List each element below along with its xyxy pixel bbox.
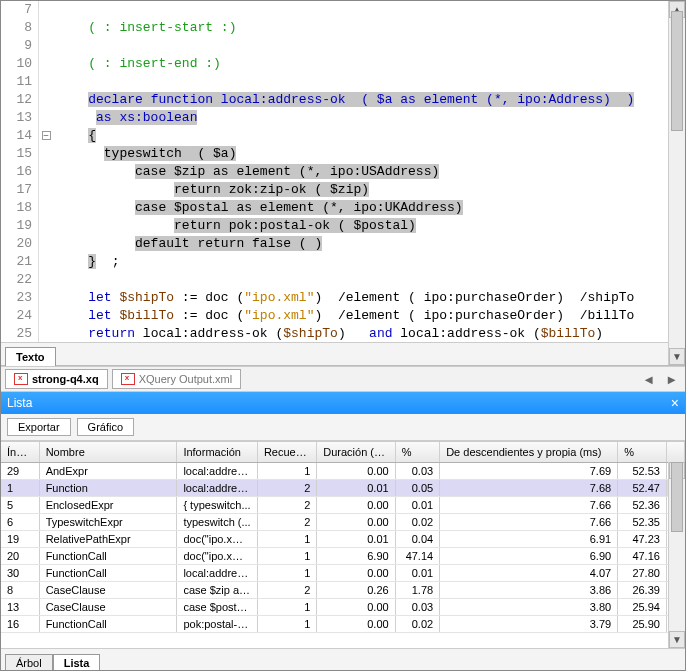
- close-icon[interactable]: ×: [671, 395, 679, 411]
- scroll-down-icon[interactable]: ▼: [669, 631, 685, 648]
- file-tab-label: XQuery Output.xml: [139, 373, 233, 385]
- table-row[interactable]: 30FunctionCalllocal:addres...10.000.014.…: [1, 564, 685, 581]
- file-tab[interactable]: XQuery Output.xml: [112, 369, 242, 389]
- column-header[interactable]: %: [395, 442, 440, 462]
- file-tab-label: strong-q4.xq: [32, 373, 99, 385]
- file-tab[interactable]: strong-q4.xq: [5, 369, 108, 389]
- table-row[interactable]: 29AndExprlocal:addres...10.000.037.6952.…: [1, 462, 685, 479]
- export-button[interactable]: Exportar: [7, 418, 71, 436]
- line-gutter: 78910111213141516171819202122232425: [1, 1, 39, 342]
- view-tabs: Árbol Lista: [1, 648, 685, 670]
- profiler-table[interactable]: ÍndiceNombreInformaciónRecuentoDuración …: [1, 441, 685, 648]
- table-row[interactable]: 13CaseClausecase $postal...10.000.033.80…: [1, 598, 685, 615]
- column-header[interactable]: Duración (ms): [317, 442, 395, 462]
- panel-title: Lista: [7, 396, 32, 410]
- fold-column[interactable]: −: [39, 1, 53, 342]
- code-area[interactable]: ( : insert-start :) ( : insert-end :) de…: [53, 1, 685, 342]
- column-header[interactable]: De descendientes y propia (ms): [440, 442, 618, 462]
- code-editor[interactable]: 78910111213141516171819202122232425 − ( …: [1, 1, 685, 366]
- column-header[interactable]: Índice: [1, 442, 39, 462]
- panel-toolbar: Exportar Gráfico: [1, 414, 685, 441]
- table-row[interactable]: 6TypeswitchExprtypeswitch (...20.000.027…: [1, 513, 685, 530]
- column-header[interactable]: %: [618, 442, 667, 462]
- table-row[interactable]: 20FunctionCalldoc("ipo.xml")16.9047.146.…: [1, 547, 685, 564]
- tab-lista[interactable]: Lista: [53, 654, 101, 671]
- xml-file-icon: [121, 372, 135, 386]
- editor-bottom-tabs: Texto: [1, 342, 685, 365]
- next-tab-icon[interactable]: ►: [662, 372, 681, 387]
- chart-button[interactable]: Gráfico: [77, 418, 134, 436]
- tab-arbol[interactable]: Árbol: [5, 654, 53, 671]
- xml-file-icon: [14, 372, 28, 386]
- file-tab-bar: strong-q4.xqXQuery Output.xml ◄ ►: [1, 366, 685, 392]
- table-scrollbar[interactable]: ▲ ▼: [668, 462, 685, 648]
- column-header[interactable]: Recuento: [257, 442, 316, 462]
- table-row[interactable]: 1Functionlocal:addres...20.010.057.6852.…: [1, 479, 685, 496]
- table-row[interactable]: 5EnclosedExpr{ typeswitch...20.000.017.6…: [1, 496, 685, 513]
- editor-scrollbar[interactable]: ▲ ▼: [668, 1, 685, 365]
- scroll-thumb[interactable]: [671, 462, 683, 532]
- column-header[interactable]: Información: [177, 442, 258, 462]
- tab-texto[interactable]: Texto: [5, 347, 56, 366]
- table-row[interactable]: 19RelativePathExprdoc("ipo.xml...10.010.…: [1, 530, 685, 547]
- prev-tab-icon[interactable]: ◄: [639, 372, 658, 387]
- scroll-down-icon[interactable]: ▼: [669, 348, 685, 365]
- panel-title-bar: Lista ×: [1, 392, 685, 414]
- table-row[interactable]: 16FunctionCallpok:postal-o...10.000.023.…: [1, 615, 685, 632]
- table-row[interactable]: 8CaseClausecase $zip as...20.261.783.862…: [1, 581, 685, 598]
- column-header[interactable]: Nombre: [39, 442, 177, 462]
- scroll-thumb[interactable]: [671, 11, 683, 131]
